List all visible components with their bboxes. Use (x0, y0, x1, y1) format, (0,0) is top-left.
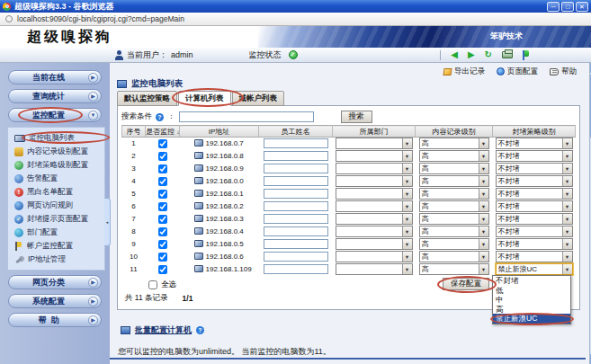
sidebar-item-alert-config[interactable]: 告警配置 (10, 172, 103, 185)
block-level-select[interactable]: 不封堵▼ (496, 251, 573, 262)
export-records-button[interactable]: 导出记录 (443, 67, 485, 77)
content-level-select[interactable]: 高▼ (419, 213, 489, 225)
dropdown-option[interactable]: 禁止新浪UC (493, 314, 570, 324)
content-level-select[interactable]: 高▼ (419, 150, 489, 162)
chevron-right-icon[interactable]: ▶ (88, 73, 98, 83)
chevron-right-icon[interactable]: ▶ (88, 315, 98, 325)
sidebar-item-department-config[interactable]: 部门配置 (10, 226, 103, 239)
block-level-select[interactable]: 不封堵▼ (496, 213, 573, 225)
minimize-button[interactable]: ─ (547, 2, 560, 12)
sidebar-section-online[interactable]: 当前在线 ▶ (8, 70, 102, 84)
department-select[interactable]: ▼ (336, 263, 413, 275)
department-select[interactable]: ▼ (336, 188, 413, 200)
info-icon[interactable]: ? (156, 113, 164, 121)
sort-monitored-header[interactable]: 是否监控 ↓ (146, 126, 180, 138)
refresh-icon[interactable]: ↻ (485, 50, 492, 59)
forward-icon[interactable]: ▶ (468, 50, 475, 59)
sidebar-item-ip-management[interactable]: IP地址管理 (10, 253, 103, 266)
department-select[interactable]: ▼ (336, 163, 413, 174)
batch-config-link[interactable]: 批量配置计算机 (135, 324, 192, 336)
department-select[interactable]: ▼ (336, 150, 413, 162)
chevron-right-icon[interactable]: ▶ (88, 297, 98, 306)
close-button[interactable]: ✕ (576, 2, 588, 12)
dropdown-option[interactable]: 不封堵 (493, 276, 570, 286)
block-level-select[interactable]: 不封堵▼ (496, 200, 573, 212)
select-all-checkbox[interactable] (148, 280, 157, 289)
monitor-checkbox[interactable] (158, 227, 167, 236)
content-level-select[interactable]: 高▼ (419, 263, 489, 275)
block-level-select[interactable]: 不封堵▼ (496, 163, 573, 174)
content-level-select[interactable]: 高▼ (419, 163, 489, 174)
page-config-button[interactable]: 页面配置 (497, 67, 538, 77)
search-input[interactable] (179, 111, 314, 122)
department-select[interactable]: ▼ (336, 251, 413, 262)
employee-name-input[interactable] (264, 176, 328, 186)
sidebar-section-web-category[interactable]: 网页分类 ▶ (8, 275, 102, 289)
monitor-checkbox[interactable] (158, 202, 167, 211)
dropdown-option[interactable]: 高 (493, 305, 570, 315)
print-icon[interactable] (502, 51, 513, 58)
employee-name-input[interactable] (264, 226, 328, 236)
tab-computer-list[interactable]: 计算机列表 (178, 91, 231, 106)
department-select[interactable]: ▼ (336, 226, 413, 237)
employee-name-input[interactable] (264, 214, 328, 224)
content-level-select[interactable]: 高▼ (419, 138, 489, 149)
employee-name-input[interactable] (264, 151, 328, 161)
content-level-select[interactable]: 高▼ (419, 238, 489, 250)
block-level-select[interactable]: 不封堵▼ (496, 150, 573, 162)
content-level-select[interactable]: 高▼ (419, 200, 489, 212)
department-select[interactable]: ▼ (336, 238, 413, 250)
monitor-checkbox[interactable] (158, 215, 167, 224)
monitor-checkbox[interactable] (158, 152, 167, 161)
sidebar-collapse-handle[interactable]: ◂ (104, 198, 111, 246)
help-button[interactable]: 帮助 (550, 67, 577, 77)
address-bar[interactable]: localhost:9090/cgi-bin/cgiproj.cgi?cmd=p… (0, 13, 591, 26)
monitor-checkbox[interactable] (158, 177, 167, 186)
content-level-select[interactable]: 高▼ (419, 226, 489, 237)
maximize-button[interactable]: □ (561, 2, 574, 12)
sidebar-section-help[interactable]: 帮 助 ▶ (8, 313, 102, 327)
content-level-select[interactable]: 高▼ (419, 188, 489, 200)
save-config-button[interactable]: 保存配置 (443, 278, 489, 290)
block-level-select[interactable]: 不封堵▼ (496, 188, 573, 200)
sidebar-item-account-monitor[interactable]: 帐户监控配置 (10, 239, 103, 253)
tab-default-policy[interactable]: 默认监控策略 (117, 91, 177, 106)
monitor-checkbox[interactable] (158, 253, 167, 262)
url-text[interactable]: localhost:9090/cgi-bin/cgiproj.cgi?cmd=p… (17, 14, 184, 23)
info-icon[interactable]: ? (196, 326, 204, 334)
dropdown-option[interactable]: 中 (493, 295, 570, 305)
monitor-checkbox[interactable] (158, 190, 167, 199)
monitor-checkbox[interactable] (158, 240, 167, 249)
department-select[interactable]: ▼ (336, 138, 413, 149)
employee-name-input[interactable] (264, 252, 328, 262)
sidebar-item-computer-list[interactable]: 监控电脑列表 (10, 131, 103, 145)
flag-icon[interactable] (523, 50, 532, 60)
search-button[interactable]: 搜索 (341, 111, 372, 123)
sidebar-section-system-config[interactable]: 系统配置 ▶ (8, 294, 102, 308)
sidebar-item-blacklist-config[interactable]: ! 黑白名单配置 (10, 185, 103, 199)
block-level-select[interactable]: 禁止新浪UC▼ (496, 263, 573, 275)
sidebar-item-content-level[interactable]: 内容记录级别配置 (10, 145, 103, 158)
tab-domain-accounts[interactable]: 域帐户列表 (232, 91, 285, 106)
monitor-checkbox[interactable] (158, 139, 167, 148)
block-level-select[interactable]: 不封堵▼ (496, 175, 573, 187)
employee-name-input[interactable] (264, 239, 328, 249)
chevron-right-icon[interactable]: ▶ (88, 278, 98, 288)
monitor-checkbox[interactable] (158, 265, 167, 274)
employee-name-input[interactable] (264, 189, 328, 199)
sidebar-item-block-policy-level[interactable]: 封堵策略级别配置 (10, 158, 103, 172)
back-icon[interactable]: ◀ (451, 50, 458, 59)
block-level-select[interactable]: 不封堵▼ (496, 226, 573, 237)
content-level-select[interactable]: 高▼ (419, 251, 489, 262)
block-level-select[interactable]: 不封堵▼ (496, 138, 573, 149)
chevron-down-icon[interactable]: ▼ (88, 111, 98, 120)
department-select[interactable]: ▼ (336, 213, 413, 225)
department-select[interactable]: ▼ (336, 200, 413, 212)
dropdown-option[interactable]: 低 (493, 286, 570, 296)
chevron-right-icon[interactable]: ▶ (88, 92, 98, 102)
sidebar-item-web-access-rules[interactable]: 网页访问规则 (10, 199, 103, 212)
employee-name-input[interactable] (264, 164, 328, 173)
sidebar-section-monitor-config[interactable]: 监控配置 ▼ (8, 108, 102, 122)
sidebar-item-block-prompt-page[interactable]: ✓ 封堵提示页面配置 (10, 212, 103, 226)
sidebar-section-query-stats[interactable]: 查询统计 ▶ (8, 89, 102, 103)
